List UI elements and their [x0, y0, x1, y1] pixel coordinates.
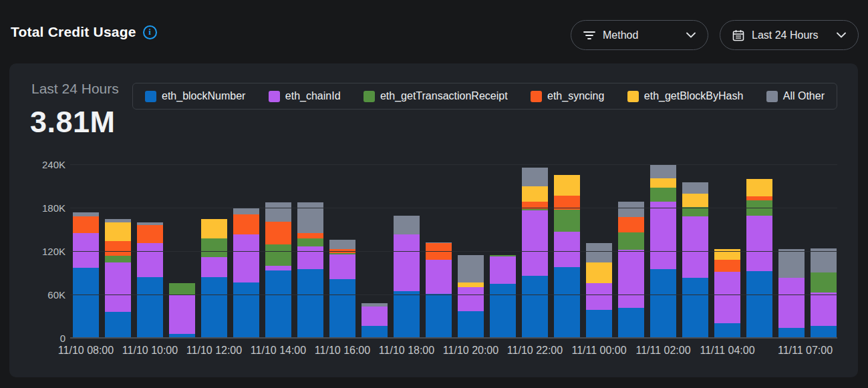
bar-segment[interactable]	[105, 312, 131, 339]
bar-segment[interactable]	[458, 311, 484, 338]
bar-segment[interactable]	[73, 268, 99, 338]
bar-segment[interactable]	[650, 202, 676, 269]
bar-segment[interactable]	[618, 232, 644, 250]
bar-segment[interactable]	[233, 234, 259, 283]
bar-segment[interactable]	[650, 269, 676, 338]
bar-segment[interactable]	[554, 232, 580, 267]
bar-11-10-11-00	[169, 283, 195, 338]
bar-segment[interactable]	[297, 238, 323, 247]
bar-segment[interactable]	[105, 256, 131, 262]
bar-segment[interactable]	[329, 279, 355, 338]
bar-11-10-13-00	[233, 208, 259, 338]
bar-segment[interactable]	[650, 165, 676, 178]
bar-segment[interactable]	[73, 233, 99, 268]
bar-segment[interactable]	[137, 277, 163, 338]
bar-segment[interactable]	[522, 276, 548, 338]
bar-segment[interactable]	[618, 202, 644, 217]
bar-segment[interactable]	[361, 307, 388, 326]
bar-segment[interactable]	[714, 323, 740, 338]
bar-segment[interactable]	[201, 257, 227, 277]
bar-segment[interactable]	[586, 262, 612, 283]
bar-segment[interactable]	[490, 256, 516, 284]
bar-segment[interactable]	[682, 216, 708, 278]
bar-segment[interactable]	[233, 214, 259, 234]
bar-segment[interactable]	[297, 269, 323, 338]
bar-segment[interactable]	[522, 186, 548, 202]
bar-segment[interactable]	[650, 188, 676, 202]
bar-segment[interactable]	[586, 310, 612, 338]
bar-segment[interactable]	[811, 248, 837, 272]
bar-segment[interactable]	[778, 278, 805, 328]
bar-segment[interactable]	[490, 284, 516, 338]
legend-item[interactable]: eth_getTransactionReceipt	[364, 90, 508, 102]
bar-segment[interactable]	[682, 278, 708, 339]
time-range-dropdown[interactable]: Last 24 Hours	[720, 20, 859, 50]
bar-segment[interactable]	[169, 295, 195, 334]
bar-segment[interactable]	[714, 272, 740, 323]
bar-segment[interactable]	[682, 207, 708, 216]
bar-segment[interactable]	[265, 222, 291, 245]
method-filter-dropdown[interactable]: Method	[571, 20, 708, 50]
bar-segment[interactable]	[746, 179, 772, 196]
bar-segment[interactable]	[394, 216, 420, 234]
bar-segment[interactable]	[394, 291, 420, 338]
bar-11-10-15-00	[297, 202, 323, 338]
bar-segment[interactable]	[778, 328, 805, 338]
legend-item[interactable]: eth_getBlockByHash	[627, 90, 744, 102]
bar-segment[interactable]	[586, 283, 612, 310]
bar-segment[interactable]	[329, 254, 355, 279]
bar-segment[interactable]	[329, 240, 355, 249]
bar-segment[interactable]	[105, 222, 131, 241]
bar-segment[interactable]	[265, 202, 291, 221]
bar-segment[interactable]	[811, 326, 837, 338]
bar-segment[interactable]	[650, 178, 676, 188]
legend-item[interactable]: eth_chainId	[269, 90, 341, 102]
bar-segment[interactable]	[233, 282, 259, 338]
bar-segment[interactable]	[394, 234, 420, 291]
bar-segment[interactable]	[522, 210, 548, 276]
bar-segment[interactable]	[811, 272, 837, 293]
bar-segment[interactable]	[682, 194, 708, 207]
bar-segment[interactable]	[105, 262, 131, 312]
bar-segment[interactable]	[714, 260, 740, 272]
bar-segment[interactable]	[137, 225, 163, 244]
bar-segment[interactable]	[554, 267, 580, 338]
bar-segment[interactable]	[682, 182, 708, 194]
bar-segment[interactable]	[137, 243, 163, 277]
bar-segment[interactable]	[618, 217, 644, 232]
bar-segment[interactable]	[746, 216, 772, 271]
bar-segment[interactable]	[586, 243, 612, 263]
bar-segment[interactable]	[233, 208, 259, 214]
bar-segment[interactable]	[361, 326, 388, 338]
bar-segment[interactable]	[554, 210, 580, 232]
info-icon[interactable]: i	[143, 25, 157, 39]
bar-segment[interactable]	[618, 250, 644, 308]
bar-segment[interactable]	[73, 216, 99, 233]
bar-segment[interactable]	[426, 260, 452, 294]
bar-segment[interactable]	[201, 238, 227, 257]
bar-segment[interactable]	[618, 308, 644, 339]
bar-segment[interactable]	[426, 294, 452, 338]
bar-segment[interactable]	[265, 270, 291, 338]
bar-segment[interactable]	[458, 287, 484, 311]
bar-segment[interactable]	[458, 282, 484, 288]
legend-item[interactable]: All Other	[766, 90, 825, 102]
bar-segment[interactable]	[297, 246, 323, 269]
bar-segment[interactable]	[746, 271, 772, 338]
bar-segment[interactable]	[458, 255, 484, 282]
bar-segment[interactable]	[811, 293, 837, 326]
legend-item[interactable]: eth_syncing	[531, 90, 604, 102]
x-axis-labels: 11/10 08:0011/10 10:0011/10 12:0011/10 1…	[70, 345, 837, 358]
bar-segment[interactable]	[169, 283, 195, 295]
bar-segment[interactable]	[297, 233, 323, 238]
bar-segment[interactable]	[201, 219, 227, 238]
x-axis-tick-label: 11/10 08:00	[58, 345, 114, 357]
legend-item[interactable]: eth_blockNumber	[145, 90, 245, 102]
bar-segment[interactable]	[265, 244, 291, 265]
bar-segment[interactable]	[522, 168, 548, 186]
bar-segment[interactable]	[265, 266, 291, 271]
bar-segment[interactable]	[554, 175, 580, 196]
bar-segment[interactable]	[105, 241, 131, 256]
bar-segment[interactable]	[778, 249, 805, 278]
bar-segment[interactable]	[201, 277, 227, 338]
